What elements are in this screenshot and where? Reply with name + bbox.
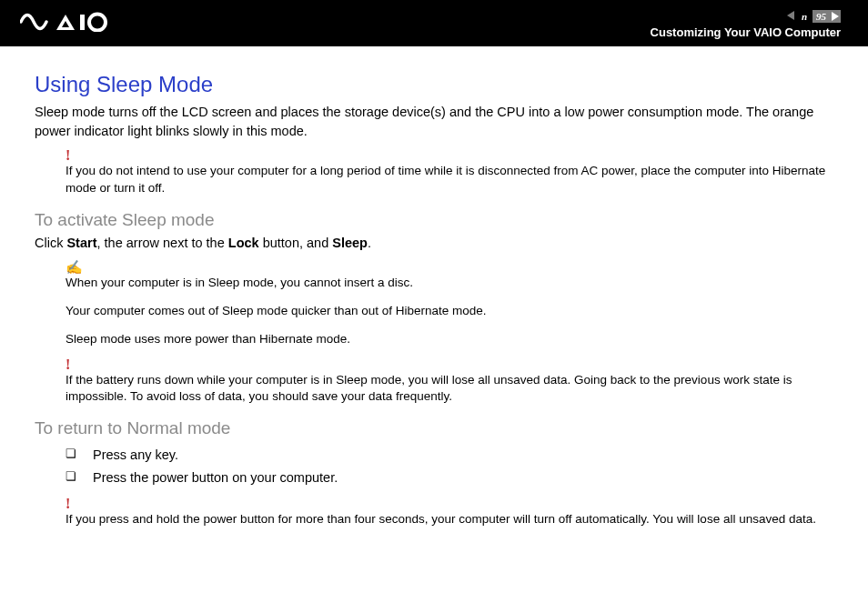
txt: . (368, 236, 371, 250)
txt: Click (35, 236, 66, 250)
page-navigation: n 95 (787, 10, 841, 23)
return-steps-list: Press any key. Press the power button on… (35, 444, 841, 488)
content-area: Using Sleep Mode Sleep mode turns off th… (0, 46, 868, 528)
bold-lock: Lock (228, 236, 259, 250)
svg-point-1 (89, 14, 106, 30)
caution-text: If you press and hold the power button f… (66, 497, 841, 528)
nav-letter-back: n (802, 11, 807, 22)
bold-start: Start (66, 236, 96, 250)
page-title: Using Sleep Mode (35, 72, 841, 97)
warning-icon: ! (66, 148, 70, 163)
info-note-block: ✍ When your computer is in Sleep mode, y… (35, 260, 841, 348)
vaio-logo (20, 12, 111, 35)
subheading-activate: To activate Sleep mode (35, 210, 841, 230)
list-item: Press the power button on your computer. (66, 467, 841, 489)
header-bar: n 95 Customizing Your VAIO Computer (0, 0, 868, 46)
caution-text: If the battery runs down while your comp… (66, 357, 841, 407)
info-note-3: Sleep mode uses more power than Hibernat… (66, 331, 841, 348)
svg-rect-0 (80, 15, 85, 30)
intro-paragraph: Sleep mode turns off the LCD screen and … (35, 103, 841, 141)
nav-forward-button[interactable]: 95 (812, 10, 841, 23)
nav-back-icon[interactable] (787, 11, 796, 22)
warning-icon: ! (66, 497, 70, 511)
txt: , the arrow next to the (97, 236, 228, 250)
caution-note-1: ! If you do not intend to use your compu… (35, 148, 841, 197)
section-title: Customizing Your VAIO Computer (0, 25, 841, 39)
warning-icon: ! (66, 357, 70, 372)
list-item: Press any key. (66, 444, 841, 467)
subheading-return: To return to Normal mode (35, 418, 841, 438)
caution-note-2: ! If the battery runs down while your co… (35, 357, 841, 407)
caution-text: If you do not intend to use your compute… (66, 148, 841, 197)
page-number: 95 (816, 11, 826, 22)
note-icon: ✍ (66, 260, 83, 274)
activate-instruction: Click Start, the arrow next to the Lock … (35, 234, 841, 253)
info-note-1: When your computer is in Sleep mode, you… (66, 260, 841, 292)
header-right: n 95 Customizing Your VAIO Computer (0, 7, 868, 39)
svg-marker-3 (832, 12, 839, 21)
txt: button, and (259, 236, 333, 250)
caution-note-3: ! If you press and hold the power button… (35, 497, 841, 528)
info-note-2: Your computer comes out of Sleep mode qu… (66, 303, 841, 320)
svg-marker-2 (787, 11, 794, 20)
page: n 95 Customizing Your VAIO Computer Usin… (0, 0, 868, 613)
bold-sleep: Sleep (332, 236, 368, 250)
